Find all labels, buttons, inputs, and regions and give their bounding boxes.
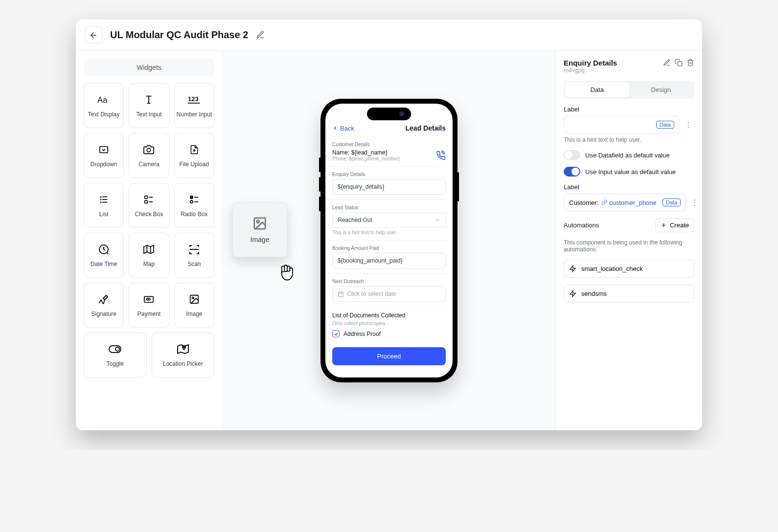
widget-toggle[interactable]: Toggle bbox=[84, 332, 147, 377]
label-more-button[interactable]: ⋮ bbox=[683, 120, 694, 130]
svg-point-22 bbox=[183, 347, 184, 348]
widget-dropdown[interactable]: Dropdown bbox=[84, 133, 124, 178]
proceed-button[interactable]: Proceed bbox=[332, 347, 446, 365]
canvas[interactable]: Image Back Lead Details bbox=[223, 51, 555, 430]
pencil-icon bbox=[256, 30, 265, 39]
widget-camera[interactable]: Camera bbox=[129, 133, 169, 178]
payment-icon bbox=[142, 294, 155, 305]
dropdown-icon bbox=[98, 144, 109, 155]
svg-marker-30 bbox=[570, 266, 575, 272]
widget-file-upload[interactable]: File Upload bbox=[174, 133, 214, 178]
topbar: UL Modular QC Audit Phase 2 bbox=[76, 20, 702, 51]
props-id: m4vgpg bbox=[564, 67, 617, 74]
nav-back-button[interactable]: Back bbox=[332, 125, 354, 132]
widget-location-picker[interactable]: Location Picker bbox=[152, 332, 215, 377]
pencil-icon bbox=[663, 59, 671, 66]
enquiry-input[interactable]: ${enquiry_details} bbox=[332, 179, 446, 195]
edit-title-button[interactable] bbox=[256, 30, 266, 40]
calendar-icon bbox=[338, 291, 344, 297]
widget-scan[interactable]: Scan bbox=[174, 233, 214, 278]
toggle-switch[interactable] bbox=[564, 167, 580, 177]
svg-marker-31 bbox=[570, 290, 575, 297]
svg-rect-5 bbox=[145, 196, 148, 199]
automation-item[interactable]: smart_location_check bbox=[564, 260, 694, 278]
chevron-down-icon bbox=[435, 217, 440, 223]
widget-text-input[interactable]: Text Input bbox=[129, 83, 169, 128]
section-customer: Customer Details Name: ${lead_name} Phon… bbox=[325, 137, 453, 167]
doc-address-proof-checkbox[interactable]: Address Proof bbox=[332, 330, 446, 337]
widget-checkbox[interactable]: Check Box bbox=[129, 183, 169, 228]
label-input[interactable]: Data bbox=[564, 116, 680, 133]
call-icon[interactable] bbox=[436, 151, 446, 160]
widget-number-input[interactable]: 123 Number Input bbox=[174, 83, 214, 128]
image-icon bbox=[252, 216, 268, 231]
file-upload-icon bbox=[189, 144, 199, 155]
lead-status-select[interactable]: Reached Out bbox=[332, 212, 446, 228]
automation-item[interactable]: sendsms bbox=[564, 285, 694, 303]
text-display-icon: Aa bbox=[97, 95, 110, 105]
section-enquiry: Enquiry Details ${enquiry_details} bbox=[325, 167, 453, 200]
widget-text-display[interactable]: Aa Text Display bbox=[84, 83, 124, 128]
section-lead-status: Lead Status Reached Out This is a hint t… bbox=[325, 200, 453, 241]
svg-point-4 bbox=[147, 148, 151, 152]
radio-icon bbox=[188, 194, 200, 205]
section-outreach: Next Outreach Click to select date bbox=[325, 274, 453, 307]
link-icon bbox=[601, 200, 607, 205]
phone-screen: Back Lead Details Customer Details Name:… bbox=[325, 104, 453, 377]
svg-rect-29 bbox=[678, 62, 682, 66]
datafield-tag-customer-phone[interactable]: customer_phone bbox=[601, 199, 657, 206]
bolt-icon bbox=[569, 290, 576, 297]
page-title: UL Modular QC Audit Phase 2 bbox=[110, 29, 248, 41]
chevron-left-icon bbox=[332, 125, 338, 131]
toggle-icon bbox=[109, 345, 121, 353]
edit-component-button[interactable] bbox=[663, 59, 671, 66]
location-picker-icon bbox=[177, 343, 189, 355]
camera-icon bbox=[143, 144, 155, 155]
widget-datetime[interactable]: Date Time bbox=[84, 233, 124, 278]
arrow-left-icon bbox=[89, 31, 98, 40]
image-icon bbox=[188, 294, 200, 305]
svg-rect-25 bbox=[339, 292, 343, 297]
back-button[interactable] bbox=[85, 26, 102, 44]
widgets-grid: Aa Text Display Text Input 123 Number In… bbox=[84, 83, 214, 328]
delete-component-button[interactable] bbox=[686, 59, 694, 66]
svg-rect-3 bbox=[100, 147, 108, 153]
widgets-sidebar: Widgets Aa Text Display Text Input 123 N… bbox=[76, 51, 223, 430]
copy-icon bbox=[675, 59, 683, 66]
widget-payment[interactable]: Payment bbox=[129, 283, 169, 328]
widget-signature[interactable]: Signature bbox=[84, 283, 124, 328]
label2-more-button[interactable]: ⋮ bbox=[689, 198, 701, 207]
duplicate-component-button[interactable] bbox=[675, 59, 683, 66]
widget-image[interactable]: Image bbox=[174, 283, 214, 328]
clock-icon bbox=[98, 244, 110, 255]
grab-cursor-icon bbox=[275, 261, 297, 283]
drag-ghost-image-widget: Image bbox=[232, 202, 287, 257]
section-booking: Booking Amount Paid ${booking_amount_pai… bbox=[325, 241, 453, 274]
phone-preview: Back Lead Details Customer Details Name:… bbox=[320, 99, 458, 382]
phone-screen-title: Lead Details bbox=[406, 124, 446, 132]
widget-radio[interactable]: Radio Box bbox=[174, 183, 214, 228]
app-window: UL Modular QC Audit Phase 2 Widgets Aa T… bbox=[76, 20, 702, 430]
widget-list[interactable]: List bbox=[84, 183, 124, 228]
toggle-switch[interactable] bbox=[564, 150, 580, 160]
tab-data[interactable]: Data bbox=[565, 82, 629, 97]
svg-point-20 bbox=[115, 347, 119, 351]
map-icon bbox=[143, 244, 155, 255]
toggle-datafield-default[interactable]: Use Datafield as default value bbox=[564, 150, 694, 160]
props-title: Enquiry Details bbox=[564, 59, 617, 67]
booking-input[interactable]: ${booking_amount_paid} bbox=[332, 253, 446, 268]
number-input-icon: 123 bbox=[188, 95, 201, 105]
create-automation-button[interactable]: Create bbox=[655, 218, 694, 232]
props-tabs: Data Design bbox=[564, 81, 694, 99]
widget-map[interactable]: Map bbox=[129, 233, 169, 278]
bolt-icon bbox=[569, 265, 576, 272]
outreach-date-input[interactable]: Click to select date bbox=[332, 286, 446, 302]
svg-marker-11 bbox=[144, 245, 154, 254]
label-customer-input[interactable]: Customer: customer_phone Data bbox=[564, 194, 686, 211]
tab-design[interactable]: Design bbox=[629, 82, 693, 97]
toggle-input-default[interactable]: Use Input value as default value bbox=[564, 167, 694, 177]
svg-text:Aa: Aa bbox=[97, 95, 108, 105]
svg-point-24 bbox=[257, 221, 259, 223]
svg-point-9 bbox=[191, 197, 192, 198]
plus-icon bbox=[661, 222, 667, 228]
